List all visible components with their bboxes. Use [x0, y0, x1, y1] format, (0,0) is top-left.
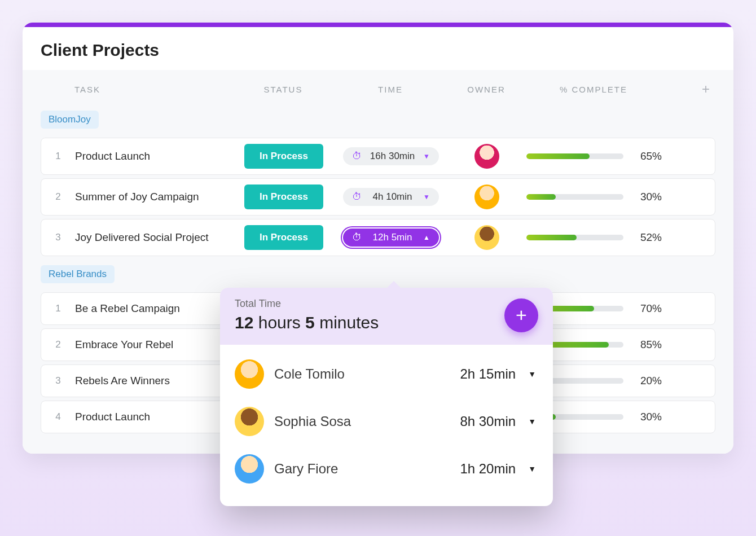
- row-index: 2: [41, 191, 75, 203]
- percent-complete-label: 85%: [632, 339, 662, 351]
- chevron-down-icon: ▼: [423, 193, 430, 201]
- owner-avatar[interactable]: [474, 144, 499, 169]
- row-index: 3: [41, 232, 75, 243]
- entry-person-name: Gary Fiore: [274, 461, 450, 477]
- task-name: Product Launch: [75, 411, 233, 423]
- percent-complete-label: 70%: [632, 302, 662, 315]
- percent-complete-label: 52%: [632, 231, 662, 244]
- time-entry-row[interactable]: Sophia Sosa8h 30min▼: [235, 398, 538, 445]
- table-row[interactable]: 2Summer of Joy CampaignIn Process⏱4h 10m…: [41, 178, 715, 216]
- clock-icon: ⏱: [352, 232, 362, 243]
- chevron-down-icon[interactable]: ▼: [526, 464, 538, 473]
- group-chip[interactable]: Rebel Brands: [41, 265, 115, 283]
- time-chip[interactable]: ⏱4h 10min▼: [343, 188, 439, 206]
- entry-person-name: Sophia Sosa: [274, 414, 450, 429]
- col-header-status: STATUS: [232, 85, 334, 94]
- col-header-owner: OWNER: [447, 85, 526, 94]
- entry-time: 1h 20min: [460, 461, 516, 477]
- col-header-pct: % COMPLETE: [526, 85, 661, 94]
- owner-avatar[interactable]: [474, 225, 499, 250]
- time-chip[interactable]: ⏱16h 30min▼: [343, 147, 439, 165]
- time-value: 4h 10min: [373, 191, 412, 203]
- row-index: 1: [41, 151, 75, 162]
- time-chip[interactable]: ⏱12h 5min▲: [343, 229, 439, 247]
- row-index: 1: [41, 303, 75, 314]
- progress-bar: [526, 235, 623, 240]
- task-name: Be a Rebel Campaign: [75, 302, 233, 315]
- task-name: Embrace Your Rebel: [75, 339, 233, 351]
- percent-complete-label: 20%: [632, 375, 662, 387]
- chevron-down-icon: ▼: [423, 152, 430, 160]
- table-row[interactable]: 1Product LaunchIn Process⏱16h 30min▼65%: [41, 138, 715, 175]
- time-entry-row[interactable]: Cole Tomilo2h 15min▼: [235, 350, 538, 398]
- table-header: TASK STATUS TIME OWNER % COMPLETE +: [23, 70, 733, 105]
- clock-icon: ⏱: [352, 151, 362, 162]
- progress-bar: [526, 153, 623, 159]
- add-time-entry-button[interactable]: +: [504, 298, 538, 332]
- col-header-time: TIME: [334, 85, 447, 94]
- status-pill[interactable]: In Process: [244, 184, 323, 209]
- accent-bar: [23, 23, 733, 27]
- task-name: Product Launch: [75, 150, 233, 162]
- clock-icon: ⏱: [352, 191, 362, 203]
- task-name: Summer of Joy Campaign: [75, 191, 233, 203]
- col-header-task: TASK: [74, 85, 232, 94]
- table-row[interactable]: 3Joy Delivered Social ProjectIn Process⏱…: [41, 219, 715, 256]
- entry-avatar: [235, 359, 264, 389]
- entry-person-name: Cole Tomilo: [274, 366, 450, 382]
- group-chip[interactable]: BloomJoy: [41, 111, 99, 129]
- row-index: 2: [41, 339, 75, 350]
- status-pill[interactable]: In Process: [244, 225, 323, 250]
- time-value: 16h 30min: [370, 151, 415, 162]
- add-column-button[interactable]: +: [702, 81, 711, 97]
- total-time-value: 12 hours 5 minutes: [235, 313, 379, 332]
- popover-header: Total Time 12 hours 5 minutes +: [220, 288, 553, 345]
- chevron-up-icon: ▲: [423, 234, 430, 241]
- time-entry-row[interactable]: Gary Fiore1h 20min▼: [235, 445, 538, 493]
- page-title: Client Projects: [23, 27, 733, 70]
- task-name: Rebels Are Winners: [75, 375, 233, 387]
- chevron-down-icon[interactable]: ▼: [526, 417, 538, 426]
- owner-avatar[interactable]: [474, 184, 499, 209]
- row-index: 4: [41, 411, 75, 423]
- percent-complete-label: 30%: [632, 411, 662, 423]
- time-value: 12h 5min: [373, 232, 412, 243]
- time-breakdown-popover: Total Time 12 hours 5 minutes + Cole Tom…: [220, 288, 553, 506]
- entry-time: 8h 30min: [460, 414, 516, 429]
- chevron-down-icon[interactable]: ▼: [526, 370, 538, 379]
- row-index: 3: [41, 375, 75, 386]
- task-name: Joy Delivered Social Project: [75, 231, 233, 244]
- entry-avatar: [235, 454, 264, 484]
- progress-bar: [526, 194, 623, 200]
- percent-complete-label: 65%: [632, 150, 662, 162]
- entry-time: 2h 15min: [460, 366, 516, 382]
- percent-complete-label: 30%: [632, 191, 662, 203]
- entry-avatar: [235, 407, 264, 436]
- total-time-label: Total Time: [235, 298, 379, 310]
- popover-body: Cole Tomilo2h 15min▼Sophia Sosa8h 30min▼…: [220, 345, 553, 506]
- status-pill[interactable]: In Process: [244, 144, 323, 169]
